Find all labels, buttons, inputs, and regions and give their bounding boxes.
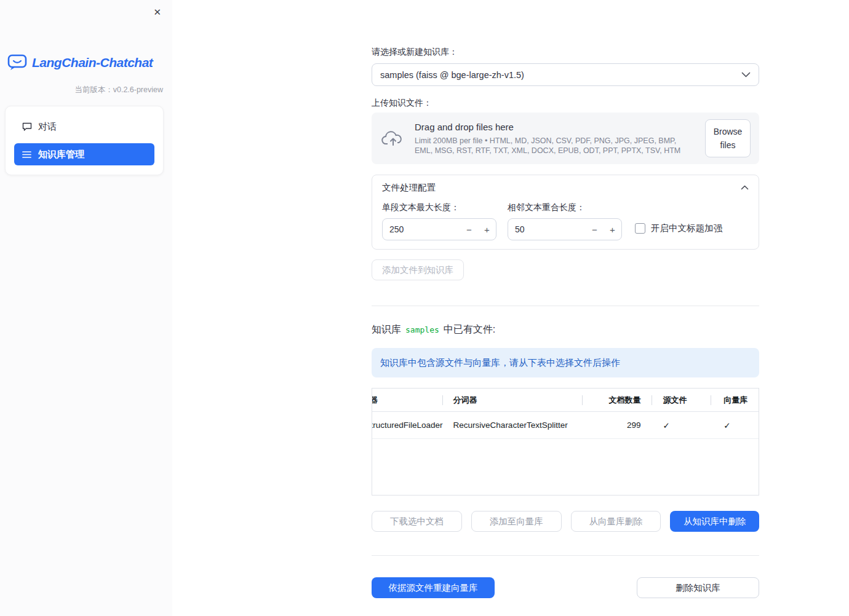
kb-name-code: samples	[405, 325, 439, 334]
chunk-size-input[interactable]: 250 − +	[382, 218, 496, 240]
column-header-doc-count[interactable]: 文档数量	[583, 389, 652, 411]
table-header-row: 文档加载器 分词器 文档数量 源文件 向量库	[372, 389, 759, 412]
chunk-size-label: 单段文本最大长度：	[382, 202, 496, 213]
column-header-splitter[interactable]: 分词器	[443, 389, 583, 411]
chunk-size-value: 250	[389, 224, 460, 234]
column-header-loader[interactable]: 文档加载器	[372, 389, 443, 411]
sidebar-item-dialogue[interactable]: 对话	[14, 116, 154, 138]
overlap-size-field: 相邻文本重合长度： 50 − +	[508, 202, 622, 240]
cell-splitter: RecursiveCharacterTextSplitter	[443, 412, 583, 438]
file-config-expander: 文件处理配置 单段文本最大长度： 250 − + 相邻文本重合长度： 50 − …	[372, 175, 759, 250]
file-uploader-dropzone[interactable]: Drag and drop files here Limit 200MB per…	[372, 113, 759, 164]
list-icon	[22, 151, 32, 159]
uploader-limit: Limit 200MB per file • HTML, MD, JSON, C…	[415, 136, 695, 156]
chunk-size-field: 单段文本最大长度： 250 − +	[382, 202, 496, 240]
chevron-up-icon	[741, 185, 749, 190]
delete-kb-button[interactable]: 删除知识库	[637, 577, 759, 598]
kb-select-label: 请选择或新建知识库：	[372, 47, 759, 57]
sidebar-item-label: 知识库管理	[38, 149, 84, 160]
plus-stepper[interactable]: +	[478, 224, 496, 235]
info-banner: 知识库中包含源文件与向量库，请从下表中选择文件后操作	[372, 348, 759, 377]
remove-from-vector-store-button[interactable]: 从向量库删除	[571, 511, 661, 532]
cell-doc-count: 299	[583, 412, 652, 438]
checkbox-box-icon[interactable]	[635, 223, 645, 234]
plus-stepper[interactable]: +	[604, 224, 621, 235]
kb-select-value: samples (faiss @ bge-large-zh-v1.5)	[380, 70, 524, 80]
delete-from-kb-button[interactable]: 从知识库中删除	[670, 511, 759, 532]
divider	[372, 555, 759, 556]
zh-title-enhance-checkbox[interactable]: 开启中文标题加强	[635, 223, 722, 234]
checkbox-label: 开启中文标题加强	[651, 223, 722, 234]
kb-select[interactable]: samples (faiss @ bge-large-zh-v1.5)	[372, 63, 759, 86]
logo-chat-icon	[7, 54, 27, 71]
sidebar-item-knowledge-base[interactable]: 知识库管理	[14, 143, 154, 165]
cell-loader: UnstructuredFileLoader	[372, 412, 443, 438]
divider	[372, 306, 759, 306]
expander-title: 文件处理配置	[382, 182, 436, 194]
check-icon: ✓	[723, 421, 730, 430]
chevron-down-icon	[741, 72, 751, 77]
file-config-body: 单段文本最大长度： 250 − + 相邻文本重合长度： 50 − + 开启中文标…	[372, 200, 759, 249]
chat-bubble-icon	[22, 122, 32, 132]
add-files-to-kb-button[interactable]: 添加文件到知识库	[372, 259, 464, 280]
sidebar-menu: 对话 知识库管理	[5, 106, 164, 175]
cell-vector-check: ✓	[711, 412, 759, 438]
download-selected-button[interactable]: 下载选中文档	[372, 511, 462, 532]
overlap-size-label: 相邻文本重合长度：	[508, 202, 622, 213]
kb-files-heading: 知识库 samples 中已有文件:	[372, 323, 759, 336]
overlap-size-input[interactable]: 50 − +	[508, 218, 622, 240]
app-logo: LangChain-Chatchat	[7, 54, 153, 71]
minus-stepper[interactable]: −	[586, 224, 604, 235]
column-header-vector[interactable]: 向量库	[711, 389, 759, 411]
rebuild-vector-store-button[interactable]: 依据源文件重建向量库	[372, 577, 495, 598]
main-content: 请选择或新建知识库： samples (faiss @ bge-large-zh…	[372, 0, 759, 598]
kb-files-prefix: 知识库	[372, 323, 401, 336]
check-icon: ✓	[663, 421, 670, 430]
sidebar-item-label: 对话	[38, 121, 57, 133]
kb-files-suffix: 中已有文件:	[444, 323, 495, 336]
minus-stepper[interactable]: −	[460, 224, 478, 235]
kb-bottom-actions: 依据源文件重建向量库 删除知识库	[372, 577, 759, 598]
sidebar-close-icon[interactable]: ✕	[151, 5, 164, 19]
browse-files-button[interactable]: Browse files	[705, 119, 751, 158]
file-config-expander-header[interactable]: 文件处理配置	[372, 175, 759, 200]
sidebar: ✕ LangChain-Chatchat 当前版本：v0.2.6-preview…	[0, 0, 172, 616]
file-action-buttons: 下载选中文档 添加至向量库 从向量库删除 从知识库中删除	[372, 511, 759, 532]
overlap-size-value: 50	[515, 224, 586, 234]
add-to-vector-store-button[interactable]: 添加至向量库	[471, 511, 562, 532]
cloud-upload-icon	[381, 129, 405, 148]
upload-label: 上传知识文件：	[372, 98, 759, 108]
kb-files-table[interactable]: 文档加载器 分词器 文档数量 源文件 向量库 UnstructuredFileL…	[372, 388, 759, 496]
table-row[interactable]: UnstructuredFileLoader RecursiveCharacte…	[372, 412, 759, 439]
column-header-source[interactable]: 源文件	[652, 389, 712, 411]
version-label: 当前版本：v0.2.6-preview	[74, 85, 163, 95]
logo-text: LangChain-Chatchat	[32, 55, 153, 70]
cell-source-check: ✓	[652, 412, 712, 438]
uploader-title: Drag and drop files here	[415, 122, 695, 132]
uploader-texts: Drag and drop files here Limit 200MB per…	[415, 122, 695, 156]
